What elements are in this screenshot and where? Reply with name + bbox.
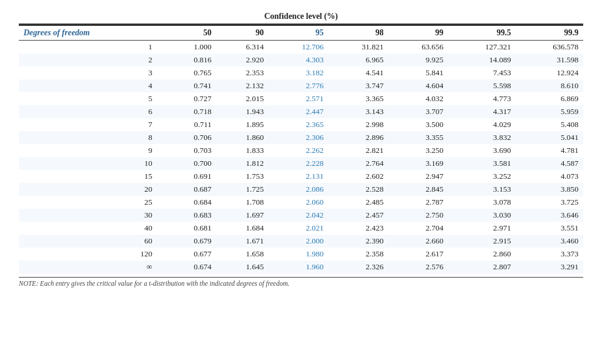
cell-c50: 1.000: [164, 41, 216, 54]
cell-c995: 3.030: [448, 209, 516, 222]
cell-c95: 2.086: [269, 183, 329, 196]
cell-c999: 8.610: [516, 79, 583, 92]
cell-c98: 2.326: [329, 261, 389, 273]
cell-c90: 1.645: [216, 261, 269, 273]
table-body: 11.0006.31412.70631.82163.656127.321636.…: [19, 41, 583, 274]
table-row: 600.6791.6712.0002.3902.6602.9153.460: [19, 235, 583, 248]
cell-c995: 5.598: [448, 79, 516, 92]
col-995: 99.5: [448, 25, 516, 41]
cell-c50: 0.711: [164, 118, 216, 131]
cell-c90: 1.833: [216, 144, 269, 157]
table-row: 300.6831.6972.0422.4572.7503.0303.646: [19, 209, 583, 222]
cell-c995: 2.971: [448, 222, 516, 235]
confidence-level-header: Confidence level (%): [19, 12, 583, 25]
cell-c99: 2.576: [388, 261, 448, 273]
cell-c99: 2.787: [388, 196, 448, 209]
cell-c999: 636.578: [516, 41, 583, 54]
cell-dof: 40: [19, 222, 164, 235]
cell-dof: 3: [19, 66, 164, 79]
cell-c90: 6.314: [216, 41, 269, 54]
cell-c95: 4.303: [269, 54, 329, 66]
cell-c90: 1.895: [216, 118, 269, 131]
cell-c98: 2.528: [329, 183, 389, 196]
cell-c99: 2.660: [388, 235, 448, 248]
cell-c99: 2.750: [388, 209, 448, 222]
cell-c995: 4.029: [448, 118, 516, 131]
cell-c50: 0.718: [164, 105, 216, 118]
col-999: 99.9: [516, 25, 583, 41]
table-row: ∞0.6741.6451.9602.3262.5762.8073.291: [19, 261, 583, 273]
table-row: 90.7031.8332.2622.8213.2503.6904.781: [19, 144, 583, 157]
table-row: 400.6811.6842.0212.4232.7042.9713.551: [19, 222, 583, 235]
table-row: 50.7272.0152.5713.3654.0324.7736.869: [19, 92, 583, 105]
cell-dof: 6: [19, 105, 164, 118]
cell-c50: 0.706: [164, 131, 216, 144]
cell-c90: 1.671: [216, 235, 269, 248]
cell-c995: 14.089: [448, 54, 516, 66]
cell-c98: 2.998: [329, 118, 389, 131]
table-row: 1200.6771.6581.9802.3582.6172.8603.373: [19, 248, 583, 261]
cell-c999: 3.850: [516, 183, 583, 196]
cell-c90: 1.658: [216, 248, 269, 261]
cell-c95: 2.131: [269, 170, 329, 183]
cell-dof: 8: [19, 131, 164, 144]
cell-c50: 0.687: [164, 183, 216, 196]
cell-c95: 1.960: [269, 261, 329, 273]
cell-c90: 1.708: [216, 196, 269, 209]
cell-c99: 4.604: [388, 79, 448, 92]
table-row: 60.7181.9432.4473.1433.7074.3175.959: [19, 105, 583, 118]
cell-c99: 2.617: [388, 248, 448, 261]
cell-c90: 2.015: [216, 92, 269, 105]
cell-c95: 2.447: [269, 105, 329, 118]
cell-c90: 2.920: [216, 54, 269, 66]
cell-c50: 0.677: [164, 248, 216, 261]
cell-dof: 9: [19, 144, 164, 157]
table-row: 30.7652.3533.1824.5415.8417.45312.924: [19, 66, 583, 79]
table-row: 200.6871.7252.0862.5282.8453.1533.850: [19, 183, 583, 196]
table-row: 100.7001.8122.2282.7643.1693.5814.587: [19, 157, 583, 170]
cell-c90: 1.725: [216, 183, 269, 196]
cell-c98: 3.747: [329, 79, 389, 92]
footer-note: NOTE: Each entry gives the critical valu…: [19, 277, 583, 287]
cell-c50: 0.683: [164, 209, 216, 222]
cell-c995: 3.690: [448, 144, 516, 157]
col-95: 95: [269, 25, 329, 41]
cell-c98: 3.365: [329, 92, 389, 105]
t-distribution-table: Degrees of freedom 50 90 95 98 99 99.5 9…: [19, 25, 583, 273]
cell-c99: 2.704: [388, 222, 448, 235]
cell-c95: 2.021: [269, 222, 329, 235]
cell-c995: 3.832: [448, 131, 516, 144]
cell-c999: 3.551: [516, 222, 583, 235]
cell-c98: 31.821: [329, 41, 389, 54]
cell-c995: 2.915: [448, 235, 516, 248]
table-row: 20.8162.9204.3036.9659.92514.08931.598: [19, 54, 583, 66]
cell-c98: 2.485: [329, 196, 389, 209]
cell-c99: 3.707: [388, 105, 448, 118]
cell-c95: 2.306: [269, 131, 329, 144]
cell-c95: 2.776: [269, 79, 329, 92]
cell-c95: 2.571: [269, 92, 329, 105]
cell-c999: 3.460: [516, 235, 583, 248]
cell-c90: 2.353: [216, 66, 269, 79]
table-row: 150.6911.7532.1312.6022.9473.2524.073: [19, 170, 583, 183]
cell-c90: 2.132: [216, 79, 269, 92]
cell-c999: 3.646: [516, 209, 583, 222]
cell-c995: 3.078: [448, 196, 516, 209]
cell-c50: 0.816: [164, 54, 216, 66]
cell-c95: 3.182: [269, 66, 329, 79]
cell-c999: 12.924: [516, 66, 583, 79]
cell-c98: 2.390: [329, 235, 389, 248]
cell-c999: 3.291: [516, 261, 583, 273]
cell-c99: 2.845: [388, 183, 448, 196]
cell-dof: 120: [19, 248, 164, 261]
cell-c50: 0.700: [164, 157, 216, 170]
cell-c50: 0.765: [164, 66, 216, 79]
cell-c99: 3.169: [388, 157, 448, 170]
cell-c99: 3.250: [388, 144, 448, 157]
cell-c999: 3.725: [516, 196, 583, 209]
cell-c98: 2.423: [329, 222, 389, 235]
cell-c98: 2.358: [329, 248, 389, 261]
cell-c90: 1.943: [216, 105, 269, 118]
cell-c999: 5.408: [516, 118, 583, 131]
cell-c50: 0.681: [164, 222, 216, 235]
